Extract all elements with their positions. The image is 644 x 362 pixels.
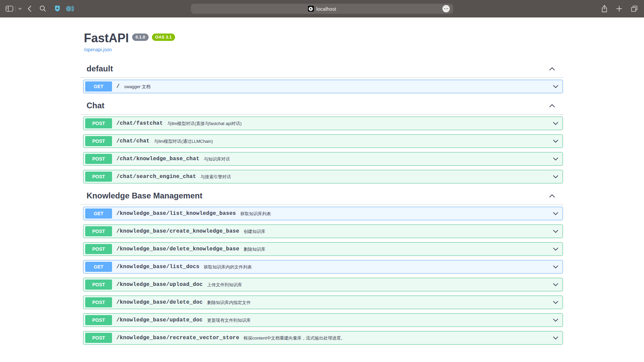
op-row[interactable]: POST /chat/fastchat 与llm模型对话(直接与fastchat…: [83, 117, 563, 130]
oas-badge: OAS 3.1: [152, 34, 175, 41]
section-header[interactable]: default: [80, 61, 564, 78]
search-icon[interactable]: [39, 5, 46, 12]
api-section: default GET / swagger 文档: [80, 61, 564, 93]
expand-operation-icon[interactable]: [553, 265, 558, 269]
op-method-badge: POST: [85, 136, 112, 146]
op-row[interactable]: POST /knowledge_base/update_doc 更新现有文件到知…: [83, 313, 563, 327]
section-title: Knowledge Base Management: [80, 191, 202, 200]
op-row[interactable]: GET /knowledge_base/list_knowledge_bases…: [83, 207, 563, 220]
new-tab-icon[interactable]: [616, 5, 623, 12]
expand-operation-icon[interactable]: [553, 212, 558, 216]
op-method-badge: GET: [85, 208, 112, 219]
swagger-page: FastAPI 0.1.0 OAS 3.1 /openapi.json defa…: [0, 17, 644, 362]
expand-operation-icon[interactable]: [553, 175, 558, 179]
api-section: Chat POST /chat/fastchat 与llm模型对话(直接与fas…: [80, 98, 564, 183]
section-title: Chat: [80, 101, 104, 110]
toolbar-left-group: [5, 5, 74, 12]
op-method-badge: GET: [85, 81, 112, 92]
op-path: /knowledge_base/recreate_vector_store: [116, 335, 239, 341]
expand-operation-icon[interactable]: [553, 247, 558, 251]
section-ops: GET /knowledge_base/list_knowledge_bases…: [80, 205, 564, 345]
browser-toolbar: localhost: [0, 0, 644, 17]
op-path: /chat/fastchat: [116, 120, 163, 126]
shield-extension-icon[interactable]: [54, 5, 61, 12]
op-description: 与llm模型对话(直接与fastchat api对话): [167, 121, 242, 127]
op-path: /knowledge_base/list_docs: [116, 264, 200, 270]
tab-overview-icon[interactable]: [631, 5, 638, 12]
expand-operation-icon[interactable]: [553, 122, 558, 125]
op-method-badge: POST: [85, 226, 112, 236]
title-row: FastAPI 0.1.0 OAS 3.1: [84, 31, 564, 45]
swagger-wrapper: FastAPI 0.1.0 OAS 3.1 /openapi.json defa…: [80, 17, 564, 345]
op-path: /knowledge_base/delete_knowledge_base: [116, 246, 239, 252]
address-bar[interactable]: localhost: [191, 4, 453, 14]
op-description: 与搜索引擎对话: [201, 174, 231, 180]
section-title: default: [80, 64, 113, 73]
op-description: 根据content中文档重建向量库，流式输出处理进度。: [244, 335, 345, 341]
op-row[interactable]: POST /knowledge_base/create_knowledge_ba…: [83, 225, 563, 238]
back-icon[interactable]: [27, 5, 32, 12]
op-row[interactable]: POST /knowledge_base/upload_doc 上传文件到知识库: [83, 278, 563, 291]
ellipsis-icon[interactable]: [442, 5, 450, 12]
op-path: /knowledge_base/update_doc: [116, 317, 203, 323]
op-path: /knowledge_base/list_knowledge_bases: [116, 210, 236, 217]
op-path: /knowledge_base/upload_doc: [116, 282, 203, 288]
op-row[interactable]: POST /chat/search_engine_chat 与搜索引擎对话: [83, 170, 563, 183]
collapse-section-icon[interactable]: [549, 194, 555, 198]
openapi-json-link[interactable]: /openapi.json: [84, 47, 112, 52]
op-method-badge: POST: [85, 280, 112, 290]
version-badge: 0.1.0: [132, 34, 149, 41]
op-description: swagger 文档: [124, 84, 151, 90]
section-header[interactable]: Chat: [80, 98, 564, 115]
expand-operation-icon[interactable]: [553, 283, 558, 287]
expand-operation-icon[interactable]: [553, 139, 558, 143]
op-method-badge: POST: [85, 315, 112, 325]
api-section: Knowledge Base Management GET /knowledge…: [80, 188, 564, 345]
op-description: 与llm模型对话(通过LLMChain): [154, 138, 213, 144]
op-row[interactable]: POST /knowledge_base/recreate_vector_sto…: [83, 331, 563, 345]
collapse-section-icon[interactable]: [549, 67, 555, 71]
op-method-badge: POST: [85, 154, 112, 164]
section-header[interactable]: Knowledge Base Management: [80, 188, 564, 205]
expand-operation-icon[interactable]: [553, 85, 558, 88]
op-description: 删除知识库内指定文件: [207, 300, 251, 306]
address-url: localhost: [316, 6, 336, 12]
op-row[interactable]: POST /chat/chat 与llm模型对话(通过LLMChain): [83, 134, 563, 148]
expand-operation-icon[interactable]: [553, 336, 558, 340]
expand-operation-icon[interactable]: [553, 230, 558, 233]
op-description: 获取知识库列表: [240, 211, 271, 217]
page-title: FastAPI: [84, 31, 129, 45]
op-method-badge: POST: [85, 244, 112, 254]
rings-extension-icon[interactable]: [66, 5, 74, 12]
expand-operation-icon[interactable]: [553, 157, 558, 161]
toolbar-separator: [15, 6, 16, 11]
collapse-section-icon[interactable]: [549, 104, 555, 108]
op-row[interactable]: POST /chat/knowledge_base_chat 与知识库对话: [83, 152, 563, 166]
section-ops: GET / swagger 文档: [80, 78, 564, 93]
expand-operation-icon[interactable]: [553, 318, 558, 322]
op-description: 创建知识库: [244, 229, 265, 235]
op-description: 删除知识库: [244, 246, 265, 252]
chevron-down-icon[interactable]: [18, 7, 22, 10]
op-method-badge: POST: [85, 297, 112, 307]
share-icon[interactable]: [601, 5, 608, 13]
op-method-badge: POST: [85, 333, 112, 343]
op-row[interactable]: GET /knowledge_base/list_docs 获取知识库内的文件列…: [83, 260, 563, 274]
op-row[interactable]: POST /knowledge_base/delete_doc 删除知识库内指定…: [83, 296, 563, 309]
op-method-badge: POST: [85, 118, 112, 128]
op-row[interactable]: GET / swagger 文档: [83, 80, 563, 93]
op-method-badge: GET: [85, 262, 112, 272]
section-ops: POST /chat/fastchat 与llm模型对话(直接与fastchat…: [80, 115, 564, 183]
api-sections: default GET / swagger 文档 Chat: [80, 61, 564, 345]
op-path: /knowledge_base/create_knowledge_base: [116, 228, 239, 234]
expand-operation-icon[interactable]: [553, 301, 558, 304]
sidebar-toggle-icon[interactable]: [5, 5, 13, 12]
op-path: /chat/chat: [116, 138, 150, 144]
op-path: /chat/search_engine_chat: [116, 174, 196, 180]
op-path: /: [116, 83, 120, 89]
op-description: 更新现有文件到知识库: [207, 317, 251, 323]
op-description: 与知识库对话: [204, 156, 230, 162]
op-description: 上传文件到知识库: [207, 282, 242, 288]
op-description: 获取知识库内的文件列表: [204, 264, 252, 270]
op-row[interactable]: POST /knowledge_base/delete_knowledge_ba…: [83, 242, 563, 256]
